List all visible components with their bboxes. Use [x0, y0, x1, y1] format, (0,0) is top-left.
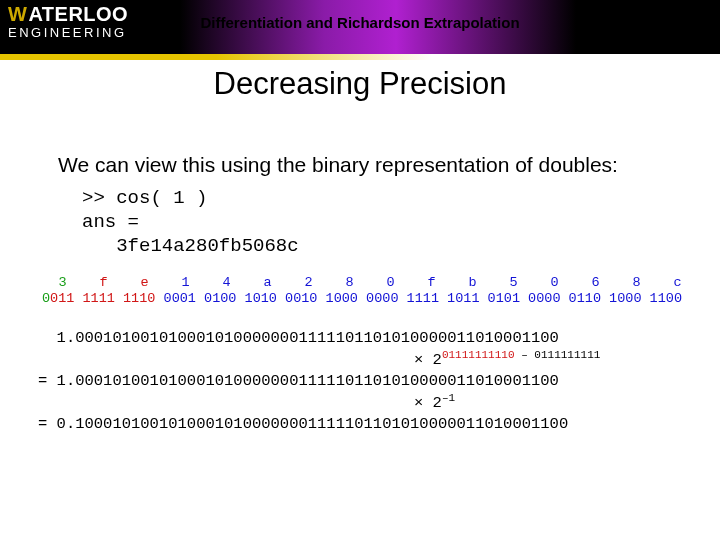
bin-exponent: 011 1111 1110	[50, 291, 155, 306]
calc-line-5: = 0.100010100101000101000000011111011010…	[38, 414, 684, 434]
course-title: Differentiation and Richardson Extrapola…	[0, 14, 720, 31]
calc-mult2-prefix: × 2	[414, 394, 442, 412]
calc-mult1-prefix: × 2	[414, 351, 442, 369]
calc-exp-minus: –	[515, 349, 535, 361]
code-line-3: 3fe14a280fb5068c	[82, 235, 299, 257]
code-line-1: >> cos( 1 )	[82, 187, 207, 209]
hex-sign: 3	[58, 275, 66, 290]
code-line-2: ans =	[82, 211, 139, 233]
bin-mantissa: 0001 0100 1010 0010 1000 0000 1111 1011 …	[155, 291, 682, 306]
bin-sign: 0	[42, 291, 50, 306]
calc-line-2: × 201111111110 – 0111111111	[38, 348, 684, 371]
calc-exp-bias: 0111111111	[534, 349, 600, 361]
slide-title: Decreasing Precision	[0, 66, 720, 102]
calc-line-3: = 1.000101001010001010000000111110110101…	[38, 371, 684, 391]
calc-line-4: × 2–1	[38, 391, 684, 414]
slide-number: 25	[685, 34, 704, 54]
intro-text: We can view this using the binary repres…	[58, 152, 634, 178]
calc-mult2-exp: –1	[442, 392, 455, 404]
calc-exp-superscript: 01111111110 – 0111111111	[442, 349, 600, 361]
hex-mantissa: 1 4 a 2 8 0 f b 5 0 6 8 c	[165, 275, 682, 290]
binary-row: 0011 1111 1110 0001 0100 1010 0010 1000 …	[42, 291, 684, 306]
hex-nibble-row: 3 f e 1 4 a 2 8 0 f b 5 0 6 8 c	[42, 275, 684, 290]
matlab-code: >> cos( 1 ) ans = 3fe14a280fb5068c	[82, 186, 684, 259]
calc-line-1: 1.00010100101000101000000011111011010100…	[38, 328, 684, 348]
content-area: We can view this using the binary repres…	[0, 152, 720, 434]
hex-exponent: f e	[75, 275, 165, 290]
calc-exp-red: 01111111110	[442, 349, 515, 361]
calculation-block: 1.00010100101000101000000011111011010100…	[38, 328, 684, 435]
